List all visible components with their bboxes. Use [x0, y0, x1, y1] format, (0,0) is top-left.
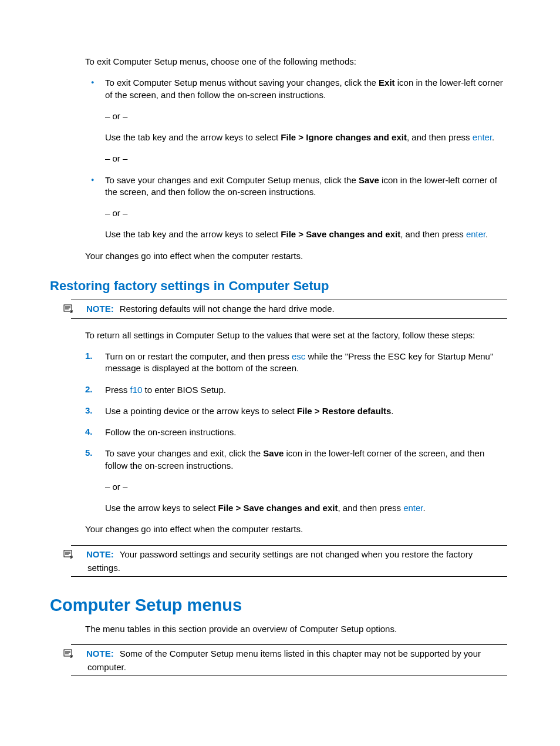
bullet-save-and-exit: To save your changes and exit Computer S…	[85, 174, 507, 241]
heading-setup-menus: Computer Setup menus	[50, 596, 507, 615]
restore-steps-list: 1. Turn on or restart the computer, and …	[85, 351, 507, 514]
step-4: 4. Follow the on-screen instructions.	[85, 426, 507, 438]
bullet1-p1: To exit Computer Setup menus without sav…	[105, 77, 507, 101]
bullet2-or1: – or –	[105, 207, 507, 219]
step-5: 5. To save your changes and exit, click …	[85, 448, 507, 514]
note-label: NOTE:	[86, 648, 114, 658]
bullet1-p2: Use the tab key and the arrow keys to se…	[105, 132, 507, 143]
bullet1-or2: – or –	[105, 153, 507, 164]
step-3: 3. Use a pointing device or the arrow ke…	[85, 405, 507, 417]
intro-text: To exit Computer Setup menus, choose one…	[85, 56, 507, 68]
note-icon	[71, 304, 83, 316]
step-1: 1. Turn on or restart the computer, and …	[85, 351, 507, 375]
enter-key: enter	[403, 503, 423, 513]
esc-key: esc	[292, 351, 305, 361]
heading-restore-factory: Restoring factory settings in Computer S…	[50, 278, 507, 294]
menus-intro: The menu tables in this section provide …	[85, 623, 507, 635]
step5-or: – or –	[105, 481, 507, 493]
bullet-exit-without-save: To exit Computer Setup menus without sav…	[85, 77, 507, 164]
enter-key: enter	[473, 132, 492, 142]
note-icon	[71, 648, 83, 661]
bullet1-or1: – or –	[105, 110, 507, 122]
bullet2-p2: Use the tab key and the arrow keys to se…	[105, 228, 507, 240]
note-restore-defaults: NOTE:Restoring defaults will not change …	[71, 300, 507, 319]
note-label: NOTE:	[86, 549, 114, 559]
f10-key: f10	[130, 385, 143, 395]
bullet2-p1: To save your changes and exit Computer S…	[105, 174, 507, 199]
note-icon	[71, 549, 83, 562]
note-label: NOTE:	[86, 304, 114, 314]
after-steps: Your changes go into effect when the com…	[85, 523, 507, 535]
exit-methods-list: To exit Computer Setup menus without sav…	[85, 77, 507, 240]
note-text: Some of the Computer Setup menu items li…	[87, 648, 481, 672]
note-unsupported-items: NOTE:Some of the Computer Setup menu ite…	[71, 644, 507, 676]
note-text: Your password settings and security sett…	[87, 549, 473, 573]
note-security-unchanged: NOTE:Your password settings and security…	[71, 545, 507, 577]
after-bullets: Your changes go into effect when the com…	[85, 250, 507, 262]
enter-key: enter	[466, 229, 485, 239]
step-2: 2. Press f10 to enter BIOS Setup.	[85, 384, 507, 396]
note-text: Restoring defaults will not change the h…	[120, 304, 335, 314]
restore-intro: To return all settings in Computer Setup…	[85, 330, 507, 341]
